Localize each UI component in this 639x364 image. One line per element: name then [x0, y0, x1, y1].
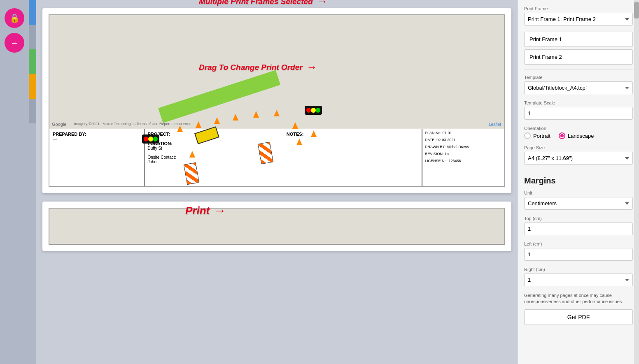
left-label: Left (cm)	[524, 241, 633, 246]
divider-1	[524, 70, 633, 70]
arrow-multiple-icon: →	[317, 0, 328, 8]
map-container-1: Leaflet Google Imagery ©2021 , Maxar Tec…	[49, 14, 505, 187]
page-size-select[interactable]: A4 (8.27" x 11.69")	[524, 152, 633, 165]
cone-8	[311, 130, 317, 137]
map-inner-1: Leaflet Google Imagery ©2021 , Maxar Tec…	[49, 15, 504, 186]
scrollbar-thumb[interactable]	[634, 2, 639, 19]
main-area: Multiple Print Frames Selected → Drag To…	[36, 0, 518, 364]
traffic-light-right	[305, 106, 322, 115]
swap-button[interactable]: ↔	[5, 33, 24, 53]
cone-1	[177, 125, 183, 132]
print-frame-card-2: Print →	[42, 202, 511, 251]
unit-section: Unit Centimeters	[524, 190, 633, 210]
print-frame-select[interactable]: Print Frame 1, Print Frame 2	[524, 13, 633, 26]
landscape-label: Landscape	[568, 133, 594, 139]
tl-green-1	[153, 137, 158, 141]
template-section: Template Global/Titleblock_A4.tcpf	[524, 75, 633, 94]
right-select[interactable]: 1	[524, 274, 633, 286]
orientation-section: Orientation Portrait Landscape	[524, 126, 633, 139]
top-input[interactable]	[524, 223, 633, 235]
arrow-print-icon: →	[214, 204, 226, 218]
traffic-light-left	[142, 134, 159, 144]
page-size-section: Page Size A4 (8.27" x 11.69")	[524, 145, 633, 165]
orientation-label: Orientation	[524, 126, 633, 131]
template-scale-section: Template Scale	[524, 100, 633, 120]
tb-notes: NOTES:	[283, 129, 422, 186]
left-toolbar: 🔒 ↔	[0, 0, 29, 364]
left-input[interactable]	[524, 248, 633, 261]
annotation-drag-order: Drag To Change Print Order →	[199, 61, 317, 74]
print-frame-label: Print Frame	[524, 6, 633, 11]
side-tabs	[29, 0, 36, 364]
template-scale-label: Template Scale	[524, 100, 633, 105]
side-tab-gray2	[29, 99, 36, 123]
portrait-radio[interactable]	[524, 132, 531, 139]
divider-2	[524, 171, 633, 171]
green-road	[158, 70, 280, 123]
print-frame-section: Print Frame Print Frame 1, Print Frame 2	[524, 6, 633, 26]
tl-green-2	[316, 108, 320, 113]
tl-red-1	[144, 137, 148, 141]
template-label: Template	[524, 75, 633, 80]
cone-10	[189, 151, 195, 158]
frame-list: Print Frame 1 Print Frame 2	[524, 32, 633, 65]
leaflet-link[interactable]: Leaflet	[489, 122, 501, 127]
top-label: Top (cm)	[524, 216, 633, 221]
top-section: Top (cm)	[524, 216, 633, 235]
map-copyright: Imagery ©2021 , Maxar Technologies Terms…	[74, 122, 191, 126]
titleblock: PREPARED BY: — PROJECT: LOCATION: Duffy …	[49, 129, 504, 186]
cone-4	[233, 114, 238, 121]
cone-6	[274, 110, 280, 116]
right-panel-scrollbar[interactable]	[634, 0, 639, 364]
template-scale-input[interactable]	[524, 107, 633, 120]
map-container-2	[49, 208, 505, 245]
tl-red-2	[306, 108, 311, 113]
cone-2	[196, 121, 201, 128]
unit-label: Unit	[524, 190, 633, 195]
arrow-drag-icon: →	[307, 61, 317, 74]
unit-select[interactable]: Centimeters	[524, 197, 633, 210]
lock-button[interactable]: 🔒	[5, 8, 24, 28]
side-tab-green[interactable]	[29, 49, 36, 74]
warning-text: Generating many pages at once may cause …	[524, 292, 633, 305]
portrait-label: Portrait	[533, 133, 550, 139]
side-tab-gray	[29, 25, 36, 49]
landscape-option[interactable]: Landscape	[559, 132, 594, 139]
portrait-option[interactable]: Portrait	[524, 132, 550, 139]
side-tab-blue[interactable]	[29, 0, 36, 25]
template-select[interactable]: Global/Titleblock_A4.tcpf	[524, 81, 633, 94]
cone-5	[253, 111, 259, 118]
right-panel: Print Frame Print Frame 1, Print Frame 2…	[518, 0, 639, 364]
tb-prepared-by: PREPARED BY: —	[49, 129, 145, 186]
annotation-multiple-frames: Multiple Print Frames Selected →	[199, 0, 328, 8]
orientation-row: Portrait Landscape	[524, 132, 633, 139]
right-margin-section: Right (cm) 1	[524, 267, 633, 286]
cone-7	[292, 122, 298, 129]
tb-right: PLAN No: 01-01 DATE: 02-03-2021 DRAWN BY…	[422, 129, 504, 186]
frame-list-item-2[interactable]: Print Frame 2	[524, 49, 633, 65]
page-size-label: Page Size	[524, 145, 633, 150]
annotation-print: Print →	[185, 204, 226, 218]
frame-list-item-1[interactable]: Print Frame 1	[524, 32, 633, 47]
right-label: Right (cm)	[524, 267, 633, 272]
print-frame-card-1: Multiple Print Frames Selected → Drag To…	[42, 8, 511, 193]
side-tab-orange[interactable]	[29, 74, 36, 99]
cone-3	[214, 117, 220, 124]
left-margin-section: Left (cm)	[524, 241, 633, 261]
google-label: Google	[52, 122, 66, 127]
tl-yellow-2	[311, 108, 315, 113]
margins-header: Margins	[524, 176, 633, 185]
get-pdf-button[interactable]: Get PDF	[524, 309, 633, 325]
cone-9	[296, 139, 302, 145]
landscape-radio[interactable]	[559, 132, 565, 139]
tl-yellow-1	[148, 137, 153, 141]
